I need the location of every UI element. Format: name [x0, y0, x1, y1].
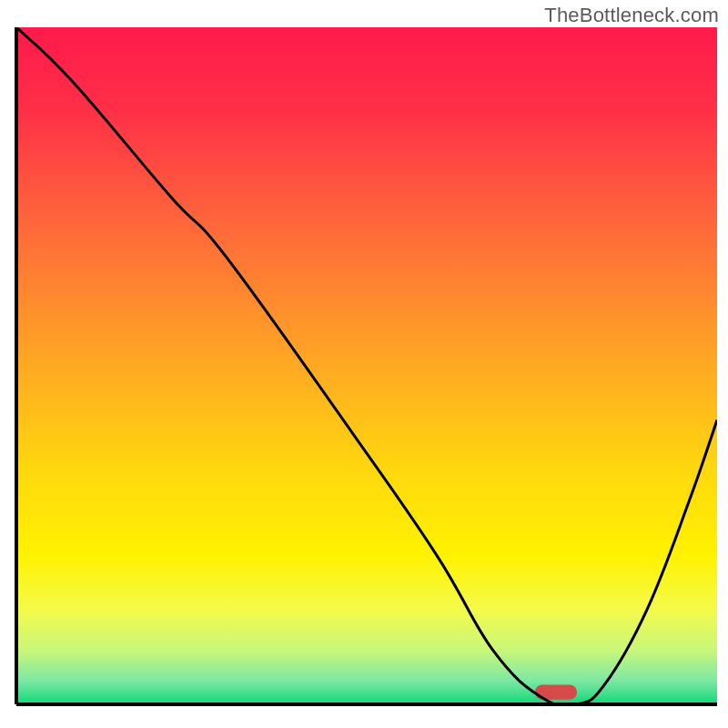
watermark-text: TheBottleneck.com [544, 4, 719, 27]
chart-canvas [0, 0, 728, 728]
gradient-background [16, 27, 717, 704]
